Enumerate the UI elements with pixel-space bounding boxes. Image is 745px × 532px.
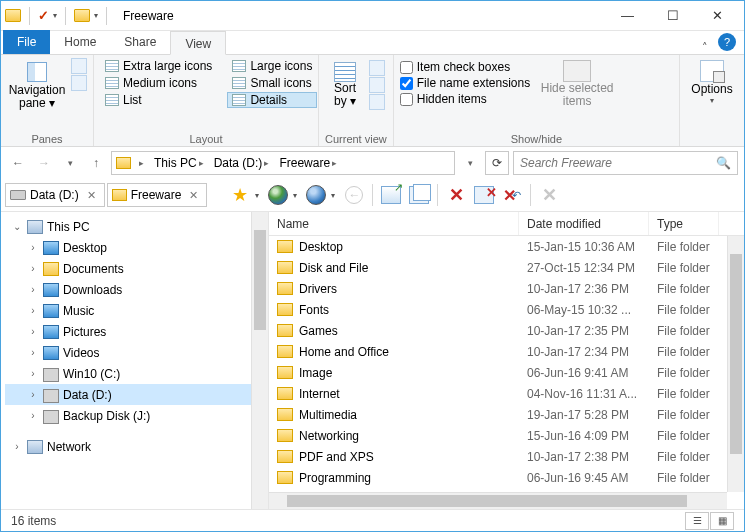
tree-node[interactable]: ⌄This PC xyxy=(5,216,268,237)
tree-node[interactable]: ›Downloads xyxy=(5,279,268,300)
navigation-tree[interactable]: ⌄This PC›Desktop›Documents›Downloads›Mus… xyxy=(1,212,269,509)
column-name[interactable]: Name xyxy=(269,212,519,235)
minimize-button[interactable]: — xyxy=(605,2,650,30)
file-row[interactable]: Games10-Jan-17 2:35 PMFile folder xyxy=(269,320,744,341)
sort-by-button[interactable]: Sort by ▾ xyxy=(325,58,365,108)
chevron-icon[interactable]: › xyxy=(27,305,39,316)
file-row[interactable]: Fonts06-May-15 10:32 ...File folder xyxy=(269,299,744,320)
layout-option-large-icons[interactable]: Large icons xyxy=(227,58,317,74)
favorites-button[interactable]: ★ xyxy=(227,182,253,208)
breadcrumb-item[interactable]: Freeware▸ xyxy=(275,156,341,170)
chevron-icon[interactable]: › xyxy=(27,410,39,421)
open-button[interactable]: ↗ xyxy=(378,182,404,208)
breadcrumb-root-icon[interactable] xyxy=(116,157,131,169)
tab-share[interactable]: Share xyxy=(110,30,170,54)
preview-pane-button[interactable] xyxy=(71,58,87,74)
back-button[interactable]: ← xyxy=(7,152,29,174)
tree-scrollbar[interactable] xyxy=(251,212,268,509)
file-row[interactable]: Programming06-Jun-16 9:45 AMFile folder xyxy=(269,467,744,488)
web1-dropdown-icon[interactable]: ▾ xyxy=(293,191,301,200)
chevron-icon[interactable]: › xyxy=(27,326,39,337)
tree-node[interactable]: ›Network xyxy=(5,436,268,457)
refresh-button[interactable]: ⟳ xyxy=(485,151,509,175)
web2-dropdown-icon[interactable]: ▾ xyxy=(331,191,339,200)
tree-node[interactable]: ›Videos xyxy=(5,342,268,363)
options-button[interactable]: Options ▾ xyxy=(686,58,738,105)
thumbnails-view-button[interactable]: ▦ xyxy=(710,512,734,530)
search-input[interactable] xyxy=(520,156,716,170)
undo-delete-button[interactable]: ✕↶ xyxy=(499,182,525,208)
layout-option-small-icons[interactable]: Small icons xyxy=(227,75,317,91)
up-button[interactable]: ↑ xyxy=(85,152,107,174)
breadcrumb-dropdown-icon[interactable]: ▾ xyxy=(459,152,481,174)
column-date[interactable]: Date modified xyxy=(519,212,649,235)
copy-button[interactable] xyxy=(406,182,432,208)
ribbon-collapse-icon[interactable]: ˄ xyxy=(696,41,714,54)
qat-newfolder-icon[interactable] xyxy=(74,9,90,22)
chevron-icon[interactable]: › xyxy=(27,347,39,358)
close-button[interactable]: ✕ xyxy=(695,2,740,30)
delete-button-1[interactable]: ✕ xyxy=(443,182,469,208)
qat-customize-icon[interactable]: ▾ xyxy=(94,11,98,20)
search-box[interactable]: 🔍 xyxy=(513,151,738,175)
close-tab-icon[interactable]: ✕ xyxy=(189,189,198,202)
app-icon[interactable] xyxy=(5,9,21,22)
tree-node[interactable]: ›Desktop xyxy=(5,237,268,258)
forward-button[interactable]: → xyxy=(33,152,55,174)
help-button[interactable]: ? xyxy=(718,33,736,51)
breadcrumb-item[interactable]: This PC▸ xyxy=(150,156,208,170)
qat-properties-icon[interactable]: ✓ xyxy=(38,8,49,23)
chevron-icon[interactable]: ⌄ xyxy=(11,221,23,232)
tab-file[interactable]: File xyxy=(3,30,50,54)
column-type[interactable]: Type xyxy=(649,212,719,235)
hide-selected-button[interactable]: Hide selected items xyxy=(540,58,614,108)
file-row[interactable]: Image06-Jun-16 9:41 AMFile folder xyxy=(269,362,744,383)
file-row[interactable]: PDF and XPS10-Jan-17 2:38 PMFile folder xyxy=(269,446,744,467)
chevron-icon[interactable]: › xyxy=(27,284,39,295)
maximize-button[interactable]: ☐ xyxy=(650,2,695,30)
file-row[interactable]: Home and Office10-Jan-17 2:34 PMFile fol… xyxy=(269,341,744,362)
list-scrollbar-y[interactable] xyxy=(727,236,744,492)
location-tab[interactable]: Data (D:)✕ xyxy=(5,183,105,207)
tab-home[interactable]: Home xyxy=(50,30,110,54)
web-button-2[interactable] xyxy=(303,182,329,208)
breadcrumb-item[interactable]: Data (D:)▸ xyxy=(210,156,274,170)
tree-node[interactable]: ›Win10 (C:) xyxy=(5,363,268,384)
qat-dropdown-icon[interactable]: ▾ xyxy=(53,11,57,20)
location-tab[interactable]: Freeware✕ xyxy=(107,183,208,207)
chevron-icon[interactable]: › xyxy=(27,368,39,379)
file-list[interactable]: Name Date modified Type Desktop15-Jan-15… xyxy=(269,212,744,509)
favorites-dropdown-icon[interactable]: ▾ xyxy=(255,191,263,200)
group-by-button[interactable] xyxy=(369,77,385,93)
tree-node[interactable]: ›Backup Disk (J:) xyxy=(5,405,268,426)
file-row[interactable]: Disk and File27-Oct-15 12:34 PMFile fold… xyxy=(269,257,744,278)
layout-option-details[interactable]: Details xyxy=(227,92,317,108)
file-extensions-toggle[interactable]: File name extensions xyxy=(400,76,530,90)
file-row[interactable]: Networking15-Jun-16 4:09 PMFile folder xyxy=(269,425,744,446)
tree-node[interactable]: ›Data (D:) xyxy=(5,384,268,405)
tree-node[interactable]: ›Pictures xyxy=(5,321,268,342)
breadcrumb-bar[interactable]: ▸This PC▸Data (D:)▸Freeware▸ xyxy=(111,151,455,175)
navigation-pane-button[interactable]: Navigation pane ▾ xyxy=(7,58,67,110)
layout-option-medium-icons[interactable]: Medium icons xyxy=(100,75,217,91)
file-row[interactable]: Drivers10-Jan-17 2:36 PMFile folder xyxy=(269,278,744,299)
details-pane-button[interactable] xyxy=(71,75,87,91)
item-checkboxes-toggle[interactable]: Item check boxes xyxy=(400,60,530,74)
details-view-button[interactable]: ☰ xyxy=(685,512,709,530)
tab-view[interactable]: View xyxy=(170,31,226,55)
web-button-1[interactable] xyxy=(265,182,291,208)
recent-locations-button[interactable]: ▾ xyxy=(59,152,81,174)
layout-option-list[interactable]: List xyxy=(100,92,217,108)
chevron-icon[interactable]: › xyxy=(11,441,23,452)
delete-button-2[interactable]: ✕ xyxy=(471,182,497,208)
chevron-icon[interactable]: › xyxy=(27,263,39,274)
tree-node[interactable]: ›Documents xyxy=(5,258,268,279)
tree-node[interactable]: ›Music xyxy=(5,300,268,321)
close-tab-icon[interactable]: ✕ xyxy=(87,189,96,202)
hidden-items-toggle[interactable]: Hidden items xyxy=(400,92,530,106)
chevron-icon[interactable]: › xyxy=(27,389,39,400)
search-icon[interactable]: 🔍 xyxy=(716,156,731,170)
size-columns-button[interactable] xyxy=(369,94,385,110)
file-row[interactable]: Multimedia19-Jan-17 5:28 PMFile folder xyxy=(269,404,744,425)
add-columns-button[interactable] xyxy=(369,60,385,76)
